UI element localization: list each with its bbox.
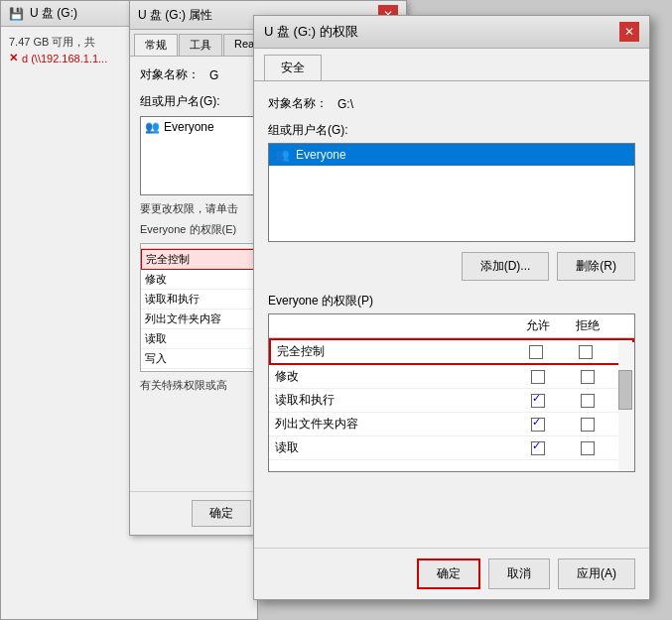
drive-icon: 💾 (9, 7, 24, 21)
perm-section-label: Everyone 的权限(P) (268, 293, 635, 310)
network-path: d (\\192.168.1.1... (22, 53, 107, 64)
perm-4-allow[interactable] (513, 440, 563, 455)
remove-button[interactable]: 删除(R) (557, 252, 635, 281)
x-icon: ✕ (9, 52, 18, 64)
perm-4-deny-check[interactable] (581, 441, 595, 455)
perm-2-deny-check[interactable] (581, 394, 595, 408)
dialog-object-row: 对象名称： G:\ (268, 95, 635, 112)
perm-row-4: 读取 (269, 436, 634, 460)
perm-name-col (275, 317, 513, 334)
perm-2-allow-check[interactable] (531, 394, 545, 408)
dialog-body: 对象名称： G:\ 组或用户名(G): 👥 Everyone 添加(D)... … (254, 81, 649, 486)
dialog-tab-bar: 安全 (254, 49, 649, 81)
dialog-close-button[interactable]: ✕ (619, 22, 639, 42)
perm-1-allow-check[interactable] (531, 370, 545, 384)
permissions-dialog: U 盘 (G:) 的权限 ✕ 安全 对象名称： G:\ 组或用户名(G): 👥 … (253, 15, 650, 600)
dialog-apply-button[interactable]: 应用(A) (558, 558, 635, 589)
perm-3-name: 列出文件夹内容 (275, 416, 513, 433)
perm-prefix: Everyone (268, 294, 319, 308)
perm-4-allow-check[interactable] (531, 441, 545, 455)
perm-0-allow-check[interactable] (529, 345, 543, 359)
perm-0-deny-check[interactable] (579, 345, 593, 359)
perm-2-allow[interactable] (513, 393, 563, 408)
perm-2-name: 读取和执行 (275, 392, 513, 409)
user-group-icon: 👥 (145, 120, 160, 134)
everyone-icon: 👥 (275, 148, 290, 162)
add-button[interactable]: 添加(D)... (462, 252, 550, 281)
add-remove-buttons: 添加(D)... 删除(R) (268, 252, 635, 281)
perm-4-deny[interactable] (563, 440, 612, 455)
perm-2-deny[interactable] (563, 393, 612, 408)
scrollbar-knob[interactable] (618, 370, 632, 410)
perm-table-header-row: 允许 拒绝 (269, 314, 634, 338)
perm-3-deny[interactable] (563, 417, 612, 432)
perm-1-deny[interactable] (563, 369, 612, 384)
perm-suffix: 的权限(P) (319, 294, 373, 308)
perm-main-table: 允许 拒绝 完全控制 修改 读取和执行 (268, 313, 635, 472)
perm-3-deny-check[interactable] (581, 418, 595, 432)
perm-row-3: 列出文件夹内容 (269, 413, 634, 436)
tab-tools[interactable]: 工具 (179, 34, 222, 56)
perm-row-0: 完全控制 (269, 338, 634, 365)
dialog-cancel-button[interactable]: 取消 (488, 558, 550, 589)
dialog-everyone-item[interactable]: 👥 Everyone (269, 144, 634, 166)
dialog-bottom-buttons: 确定 取消 应用(A) (254, 548, 649, 599)
object-name-label: 对象名称： (140, 66, 209, 83)
perm-1-name: 修改 (275, 368, 513, 385)
dialog-group-box: 👥 Everyone (268, 143, 635, 242)
props-everyone-label: Everyone (164, 120, 214, 134)
perm-4-name: 读取 (275, 439, 513, 456)
tab-security[interactable]: 安全 (264, 55, 322, 80)
dialog-ok-button[interactable]: 确定 (417, 558, 480, 589)
perm-3-allow-check[interactable] (531, 418, 545, 432)
perm-3-allow[interactable] (513, 417, 563, 432)
perm-1-allow[interactable] (513, 369, 563, 384)
everyone-label: Everyone (296, 148, 346, 162)
perm-1-deny-check[interactable] (581, 370, 595, 384)
bg-window-title-text: U 盘 (G:) (30, 5, 77, 22)
dialog-title-bar: U 盘 (G:) 的权限 ✕ (254, 16, 649, 49)
perm-allow-col: 允许 (513, 317, 563, 334)
perm-row-1: 修改 (269, 365, 634, 389)
props-title-text: U 盘 (G:) 属性 (138, 7, 212, 24)
perm-deny-col: 拒绝 (563, 317, 612, 334)
perm-0-name: 完全控制 (277, 343, 511, 360)
dialog-title-text: U 盘 (G:) 的权限 (264, 23, 358, 41)
perm-0-allow[interactable] (511, 344, 561, 359)
dialog-group-label: 组或用户名(G): (268, 122, 635, 139)
perm-row-2: 读取和执行 (269, 389, 634, 413)
dialog-object-label: 对象名称： (268, 95, 337, 112)
tab-general[interactable]: 常规 (134, 34, 178, 56)
scrollbar-track (618, 342, 634, 472)
perm-0-deny[interactable] (561, 344, 610, 359)
props-ok-button[interactable]: 确定 (192, 500, 251, 527)
dialog-object-value: G:\ (337, 97, 635, 111)
